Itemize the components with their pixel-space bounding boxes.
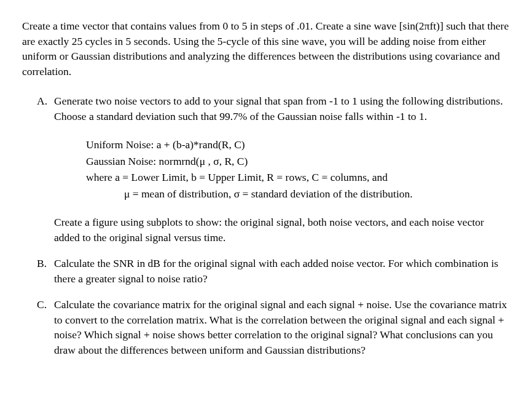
where-line: where a = Lower Limit, b = Upper Limit, …: [86, 170, 510, 185]
item-b: B. Calculate the SNR in dB for the origi…: [22, 256, 510, 286]
uniform-noise-line: Uniform Noise: a + (b-a)*rand(R, C): [86, 137, 510, 153]
item-a-text1: Generate two noise vectors to add to you…: [54, 95, 503, 122]
item-a-text2: Create a figure using subplots to show: …: [54, 216, 484, 244]
item-b-text: Calculate the SNR in dB for the original…: [54, 257, 498, 285]
item-a: A. Generate two noise vectors to add to …: [22, 93, 510, 124]
where-line-2: μ = mean of distribution, σ = standard d…: [86, 186, 510, 202]
item-a-label: A.: [37, 93, 54, 124]
item-c-label: C.: [37, 297, 54, 357]
item-b-body: Calculate the SNR in dB for the original…: [54, 256, 510, 286]
item-a-text2-block: Create a figure using subplots to show: …: [22, 215, 510, 245]
item-c: C. Calculate the covariance matrix for t…: [22, 297, 510, 357]
item-a-body: Generate two noise vectors to add to you…: [54, 93, 510, 124]
intro-text: Create a time vector that contains value…: [22, 20, 509, 77]
noise-formulas: Uniform Noise: a + (b-a)*rand(R, C) Gaus…: [22, 137, 510, 201]
item-b-label: B.: [37, 256, 54, 286]
intro-paragraph: Create a time vector that contains value…: [22, 18, 510, 79]
gaussian-noise-line: Gaussian Noise: normrnd(μ , σ, R, C): [86, 154, 510, 169]
item-c-body: Calculate the covariance matrix for the …: [54, 297, 510, 357]
item-c-text: Calculate the covariance matrix for the …: [54, 298, 507, 356]
